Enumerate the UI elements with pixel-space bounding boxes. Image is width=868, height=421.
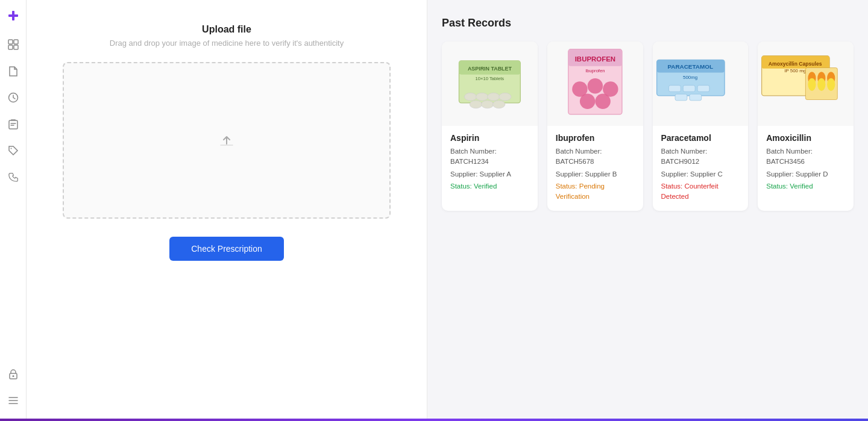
svg-text:IP 500 mg: IP 500 mg bbox=[784, 68, 806, 73]
svg-point-21 bbox=[492, 101, 505, 108]
svg-rect-4 bbox=[8, 45, 13, 49]
record-batch: Batch Number: BATCH3456 bbox=[766, 146, 845, 167]
phone-icon[interactable] bbox=[2, 166, 24, 188]
svg-rect-35 bbox=[668, 86, 681, 92]
record-supplier: Supplier: Supplier C bbox=[661, 169, 740, 179]
record-card[interactable]: IBUPROFEN Ibuprofen Ibuprofen Batch Numb… bbox=[547, 42, 643, 211]
clipboard-icon[interactable] bbox=[2, 113, 24, 135]
upload-dropzone[interactable] bbox=[63, 62, 391, 219]
svg-text:PARACETAMOL: PARACETAMOL bbox=[667, 63, 713, 70]
clock-icon[interactable] bbox=[2, 87, 24, 108]
svg-text:10×10 Tablets: 10×10 Tablets bbox=[476, 76, 505, 81]
upload-subtitle: Drag and drop your image of medicine her… bbox=[110, 39, 344, 48]
svg-point-46 bbox=[808, 78, 816, 91]
record-card[interactable]: Amoxycillin Capsules IP 500 mg Amoxicill… bbox=[758, 42, 854, 211]
app-logo bbox=[5, 7, 22, 24]
svg-point-15 bbox=[464, 93, 476, 101]
upload-icon bbox=[217, 131, 236, 150]
record-image: Amoxycillin Capsules IP 500 mg bbox=[758, 42, 854, 126]
dashboard-icon[interactable] bbox=[2, 34, 24, 55]
records-title: Past Records bbox=[442, 17, 854, 30]
record-batch: Batch Number: BATCH1234 bbox=[450, 146, 529, 167]
sidebar-bottom bbox=[2, 363, 24, 411]
list-icon[interactable] bbox=[2, 390, 24, 411]
svg-point-50 bbox=[827, 78, 835, 91]
record-status: Status: Verified bbox=[766, 181, 845, 192]
record-batch: Batch Number: BATCH5678 bbox=[556, 146, 635, 167]
svg-point-27 bbox=[587, 78, 602, 93]
upload-title: Upload file bbox=[202, 24, 251, 35]
record-status: Status: Pending Verification bbox=[556, 181, 635, 202]
record-name: Aspirin bbox=[450, 133, 529, 143]
check-prescription-button[interactable]: Check Prescription bbox=[169, 237, 284, 261]
record-name: Ibuprofen bbox=[556, 133, 635, 143]
record-supplier: Supplier: Supplier B bbox=[556, 169, 635, 179]
upload-icon-wrap bbox=[217, 131, 236, 150]
svg-rect-7 bbox=[9, 120, 17, 129]
record-info: Paracetamol Batch Number: BATCH9012 Supp… bbox=[653, 126, 749, 211]
main-content: Upload file Drag and drop your image of … bbox=[27, 0, 868, 421]
svg-rect-2 bbox=[8, 40, 13, 44]
lock-icon[interactable] bbox=[2, 363, 24, 385]
svg-point-8 bbox=[10, 148, 11, 149]
svg-rect-38 bbox=[675, 94, 687, 101]
svg-text:ASPIRIN TABLET: ASPIRIN TABLET bbox=[468, 66, 512, 72]
svg-text:Ibuprofen: Ibuprofen bbox=[585, 68, 605, 73]
record-batch: Batch Number: BATCH9012 bbox=[661, 146, 740, 167]
record-image: ASPIRIN TABLET 10×10 Tablets bbox=[442, 42, 538, 126]
svg-point-20 bbox=[481, 101, 493, 108]
svg-point-48 bbox=[817, 78, 825, 91]
tag-icon[interactable] bbox=[2, 140, 24, 161]
record-info: Ibuprofen Batch Number: BATCH5678 Suppli… bbox=[547, 126, 643, 211]
record-name: Amoxicillin bbox=[766, 133, 845, 143]
record-info: Amoxicillin Batch Number: BATCH3456 Supp… bbox=[758, 126, 854, 201]
document-icon[interactable] bbox=[2, 60, 24, 82]
svg-point-16 bbox=[476, 93, 488, 101]
svg-rect-37 bbox=[697, 86, 709, 92]
record-status: Status: Verified bbox=[450, 181, 529, 192]
svg-rect-1 bbox=[8, 14, 18, 17]
svg-point-18 bbox=[499, 93, 511, 101]
svg-text:500mg: 500mg bbox=[683, 75, 697, 80]
record-image: IBUPROFEN Ibuprofen bbox=[547, 42, 643, 126]
record-status: Status: Counterfeit Detected bbox=[661, 181, 740, 202]
svg-rect-36 bbox=[683, 86, 695, 92]
bottom-bar bbox=[0, 419, 868, 421]
record-card[interactable]: ASPIRIN TABLET 10×10 Tablets Aspirin Bat… bbox=[442, 42, 538, 211]
record-card[interactable]: PARACETAMOL 500mg Paracetamol Batch Numb… bbox=[653, 42, 749, 211]
svg-rect-5 bbox=[14, 45, 18, 49]
record-name: Paracetamol bbox=[661, 133, 740, 143]
record-image: PARACETAMOL 500mg bbox=[653, 42, 749, 126]
sidebar bbox=[0, 0, 27, 421]
record-supplier: Supplier: Supplier D bbox=[766, 169, 845, 179]
svg-rect-3 bbox=[14, 40, 18, 44]
svg-text:Amoxycillin Capsules: Amoxycillin Capsules bbox=[769, 61, 822, 67]
record-supplier: Supplier: Supplier A bbox=[450, 169, 529, 179]
upload-panel: Upload file Drag and drop your image of … bbox=[27, 0, 427, 421]
svg-point-17 bbox=[488, 93, 500, 101]
svg-point-10 bbox=[12, 375, 14, 377]
svg-point-19 bbox=[470, 101, 482, 108]
svg-rect-39 bbox=[689, 94, 701, 101]
svg-text:IBUPROFEN: IBUPROFEN bbox=[574, 55, 615, 63]
svg-point-30 bbox=[595, 94, 610, 109]
svg-point-29 bbox=[580, 94, 595, 109]
record-info: Aspirin Batch Number: BATCH1234 Supplier… bbox=[442, 126, 538, 201]
records-panel: Past Records ASPIRIN TABLET 10×10 Tablet… bbox=[427, 0, 868, 421]
records-grid: ASPIRIN TABLET 10×10 Tablets Aspirin Bat… bbox=[442, 42, 854, 211]
